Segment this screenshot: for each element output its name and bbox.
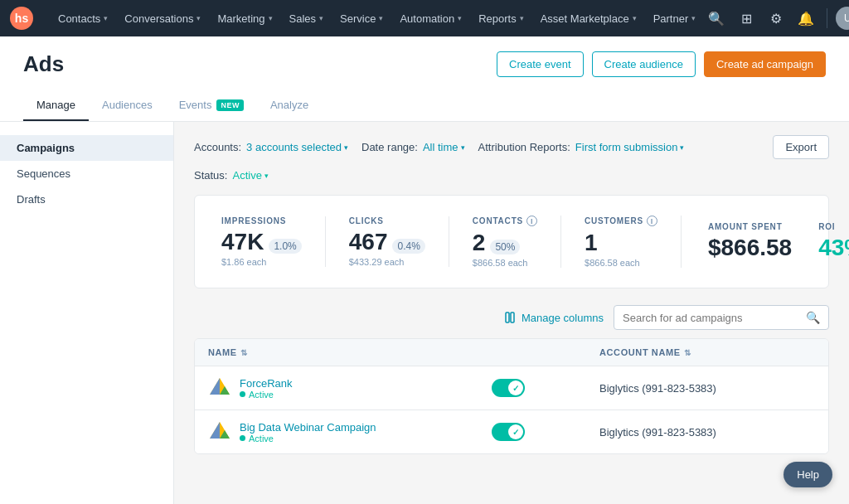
svg-rect-3: [511, 313, 514, 322]
customers-sub: $866.58 each: [585, 258, 640, 268]
campaign-status: Active: [240, 390, 293, 400]
stat-customers: CUSTOMERS i 1 $866.58 each: [561, 216, 682, 268]
toggle-track[interactable]: ✓: [492, 379, 525, 397]
nav-asset-marketplace[interactable]: Asset Marketplace ▾: [532, 0, 645, 36]
chevron-down-icon: ▾: [104, 14, 108, 22]
campaign-toggle-cell[interactable]: ✓: [492, 379, 599, 397]
tab-audiences[interactable]: Audiences: [89, 90, 166, 121]
hubspot-logo[interactable]: hs: [10, 7, 41, 30]
impressions-sub: $1.86 each: [221, 257, 266, 267]
page-title-row: Ads Create event Create audience Create …: [23, 51, 826, 77]
status-dot: [240, 391, 245, 397]
status-dot: [240, 435, 245, 441]
svg-text:hs: hs: [15, 12, 29, 25]
customers-value: 1: [585, 230, 598, 256]
campaign-toggle-cell[interactable]: ✓: [492, 423, 599, 441]
search-input[interactable]: [623, 312, 801, 324]
status-filter-value[interactable]: Active ▾: [232, 169, 268, 182]
status-row: Status: Active ▾: [194, 169, 829, 182]
content-area: Accounts: 3 accounts selected ▾ Date ran…: [174, 122, 849, 504]
campaign-name-link[interactable]: ForceRank: [240, 377, 293, 390]
check-icon: ✓: [512, 384, 519, 393]
toggle-widget[interactable]: ✓: [492, 379, 525, 397]
date-range-filter-value[interactable]: All time ▾: [423, 141, 465, 153]
chevron-down-icon: ▾: [319, 14, 323, 22]
notifications-icon[interactable]: 🔔: [793, 6, 818, 31]
th-account[interactable]: ACCOUNT NAME ⇅: [599, 347, 815, 357]
accounts-filter: Accounts: 3 accounts selected ▾: [194, 141, 348, 153]
nav-contacts[interactable]: Contacts ▾: [50, 0, 116, 36]
toggle-thumb: ✓: [508, 380, 523, 395]
contacts-pct: 50%: [490, 240, 520, 254]
campaign-name-cell: ForceRank Active: [208, 376, 492, 400]
user-avatar[interactable]: U: [836, 7, 849, 30]
create-event-button[interactable]: Create event: [497, 51, 583, 77]
toggle-thumb: ✓: [508, 424, 523, 439]
toggle-track[interactable]: ✓: [492, 423, 525, 441]
sidebar-item-campaigns[interactable]: Campaigns: [0, 135, 173, 161]
page-title: Ads: [23, 51, 64, 77]
contacts-value: 2: [473, 230, 486, 256]
stats-financial: AMOUNT SPENT $866.58 ROI 43%: [682, 222, 849, 261]
stat-amount-spent: AMOUNT SPENT $866.58: [708, 222, 792, 261]
stat-clicks: CLICKS 467 0.4% $433.29 each: [326, 216, 449, 267]
nav-marketing[interactable]: Marketing ▾: [209, 0, 280, 36]
accounts-filter-value[interactable]: 3 accounts selected ▾: [246, 141, 348, 153]
stat-roi: ROI 43%: [818, 222, 849, 261]
nav-automation[interactable]: Automation ▾: [391, 0, 470, 36]
sort-icon: ⇅: [684, 348, 691, 357]
sidebar-item-drafts[interactable]: Drafts: [0, 187, 173, 212]
impressions-pct: 1.0%: [269, 239, 301, 254]
nav-service[interactable]: Service ▾: [332, 0, 391, 36]
attribution-filter-value[interactable]: First form submission ▾: [575, 141, 685, 153]
nav-right-actions: 🔍 ⊞ ⚙ 🔔 U ▾: [704, 6, 849, 31]
chevron-down-icon: ▾: [344, 143, 348, 152]
chevron-down-icon: ▾: [196, 14, 201, 22]
date-range-filter: Date range: All time ▾: [361, 141, 465, 153]
toggle-widget[interactable]: ✓: [492, 423, 525, 441]
roi-value: 43%: [818, 235, 849, 261]
chevron-down-icon: ▾: [680, 143, 684, 152]
create-audience-button[interactable]: Create audience: [592, 51, 696, 77]
contacts-info-icon[interactable]: i: [526, 216, 537, 226]
attribution-filter: Attribution Reports: First form submissi…: [478, 141, 685, 153]
page-tabs: Manage Audiences Events NEW Analyze: [23, 90, 826, 121]
th-name[interactable]: NAME ⇅: [208, 347, 492, 357]
export-button[interactable]: Export: [773, 135, 829, 159]
chevron-down-icon: ▾: [458, 14, 462, 22]
nav-partner[interactable]: Partner ▾: [645, 0, 705, 36]
svg-marker-5: [210, 378, 220, 395]
settings-icon[interactable]: ⚙: [764, 6, 788, 31]
nav-reports[interactable]: Reports ▾: [470, 0, 532, 36]
tab-manage[interactable]: Manage: [23, 90, 89, 121]
page-header: Ads Create event Create audience Create …: [0, 36, 849, 122]
clicks-pct: 0.4%: [392, 239, 424, 254]
nav-conversations[interactable]: Conversations ▾: [116, 0, 209, 36]
campaign-name-cell: Big Data Webinar Campaign Active: [208, 420, 492, 443]
campaign-account-cell: Biglytics (991-823-5383): [599, 426, 815, 439]
campaign-status: Active: [240, 434, 376, 443]
apps-icon[interactable]: ⊞: [734, 6, 759, 31]
sidebar-item-sequences[interactable]: Sequences: [0, 161, 173, 187]
nav-items: Contacts ▾ Conversations ▾ Marketing ▾ S…: [50, 0, 704, 36]
search-icon[interactable]: 🔍: [806, 311, 820, 324]
chevron-down-icon: ▾: [691, 14, 696, 22]
nav-sales[interactable]: Sales ▾: [281, 0, 332, 36]
chevron-down-icon: ▾: [633, 14, 637, 22]
manage-columns-button[interactable]: Manage columns: [505, 312, 604, 324]
sidebar: Campaigns Sequences Drafts: [0, 122, 174, 504]
top-navigation: hs Contacts ▾ Conversations ▾ Marketing …: [0, 0, 849, 36]
create-campaign-button[interactable]: Create ad campaign: [704, 51, 826, 77]
help-button[interactable]: Help: [784, 462, 832, 487]
contacts-sub: $866.58 each: [473, 258, 528, 268]
search-icon[interactable]: 🔍: [704, 6, 729, 31]
campaign-name-link[interactable]: Big Data Webinar Campaign: [240, 421, 376, 434]
customers-info-icon[interactable]: i: [647, 216, 657, 226]
tab-analyze[interactable]: Analyze: [257, 90, 322, 121]
google-ads-icon: [208, 420, 231, 443]
stat-contacts: CONTACTS i 2 50% $866.58 each: [449, 216, 561, 268]
clicks-sub: $433.29 each: [349, 257, 405, 267]
tab-events[interactable]: Events NEW: [166, 90, 257, 121]
campaign-search-box[interactable]: 🔍: [614, 305, 829, 330]
chevron-down-icon: ▾: [269, 14, 273, 22]
